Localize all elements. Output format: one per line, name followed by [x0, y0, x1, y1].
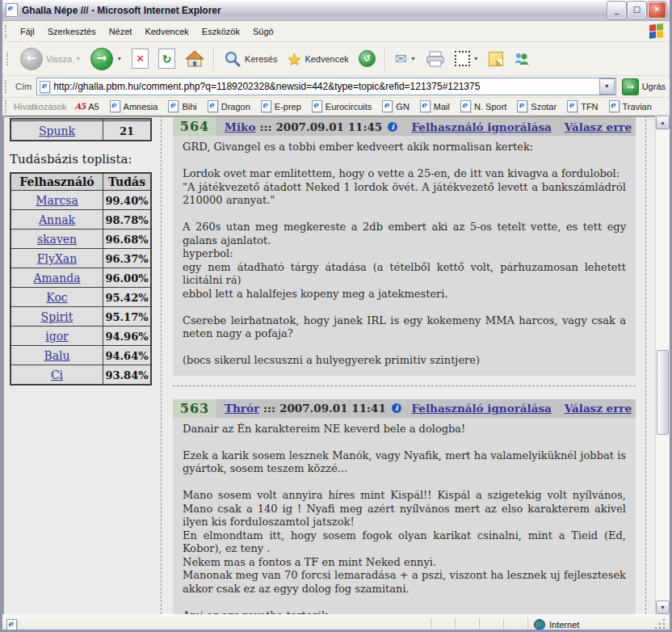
print-button[interactable] [421, 44, 450, 74]
links-item-nsport[interactable]: N. Sport [460, 100, 506, 112]
forward-button[interactable]: → ▼ [86, 44, 127, 74]
menu-bar: Fájl Szerkesztés Nézet Kedvencek Eszközö… [2, 21, 670, 42]
forum-thread: 564 Miko ::: 2007.09.01 11:45 i Felhaszn… [161, 116, 646, 614]
menu-help[interactable]: Súgó [246, 24, 280, 39]
toolbar-grip[interactable] [5, 100, 9, 113]
ie-page-icon [567, 100, 578, 112]
address-dropdown-button[interactable]: ▼ [599, 78, 615, 95]
sidebar-user-link[interactable]: Koc [46, 291, 67, 304]
scroll-down-button[interactable]: ▼ [656, 600, 670, 614]
links-bar-label: Hivatkozások [14, 102, 66, 112]
refresh-button[interactable]: ↻ [153, 44, 180, 74]
minimize-button[interactable]: _ [607, 2, 626, 19]
knowledge-value: 96.68% [105, 234, 148, 246]
post-author-link[interactable]: Miko [225, 120, 255, 133]
table-row: Marcsa99.40% [10, 191, 151, 210]
post-header: 563 Thrór ::: 2007.09.01 11:41 i Felhasz… [173, 399, 636, 418]
sidebar-user-link[interactable]: Balu [44, 349, 69, 362]
history-button[interactable]: ↺ [354, 44, 380, 74]
back-dropdown-icon[interactable]: ▼ [75, 56, 81, 61]
post-number: 563 [173, 399, 216, 418]
sidebar-user-link[interactable]: Amanda [33, 272, 80, 284]
scroll-up-button[interactable]: ▲ [656, 116, 670, 129]
mail-button[interactable]: ✉ ▼ [390, 44, 421, 74]
close-button[interactable]: ✕ [648, 2, 666, 19]
links-item-bihi[interactable]: Bihi [168, 100, 196, 112]
address-input[interactable]: http://ghalla.pbm.hu/comment.php?q=11892… [36, 78, 615, 95]
sidebar-user-link[interactable]: Spunk [39, 124, 75, 137]
vertical-scrollbar[interactable]: ▲ ▼ [655, 116, 670, 614]
address-url: http://ghalla.pbm.hu/comment.php?q=11892… [53, 81, 598, 92]
home-button[interactable] [180, 44, 209, 74]
knowledge-value: 93.84% [105, 369, 148, 381]
links-item-mail[interactable]: Mail [420, 100, 450, 112]
toolbar-grip[interactable] [6, 53, 10, 65]
forward-dropdown-icon[interactable]: ▼ [116, 56, 122, 61]
sidebar-user-link[interactable]: skaven [37, 233, 77, 246]
maximize-button[interactable]: □ [628, 2, 646, 19]
status-bar: Internet [2, 614, 670, 632]
table-row: igor94.96% [10, 327, 151, 346]
messenger-button[interactable] [508, 44, 534, 74]
post-author-link[interactable]: Thrór [225, 402, 259, 415]
menu-file[interactable]: Fájl [14, 24, 41, 39]
sidebar-user-link[interactable]: Ci [51, 369, 63, 381]
menu-view[interactable]: Nézet [103, 24, 139, 39]
menu-edit[interactable]: Szerkesztés [41, 24, 103, 39]
post-body: GRD, Givangel es a tobbi ember kedveert … [173, 136, 636, 376]
links-item-eprep[interactable]: E-prep [261, 100, 301, 112]
scrollbar-thumb[interactable] [657, 350, 669, 435]
go-button[interactable]: → Ugrás [622, 78, 666, 95]
sidebar-user-link[interactable]: igor [45, 330, 69, 343]
ie-page-icon [110, 100, 120, 112]
reply-link[interactable]: Válasz erre [565, 402, 632, 415]
toplist-header-knowledge: Tudás [103, 173, 152, 191]
mail-dropdown-icon[interactable]: ▼ [410, 56, 416, 61]
discuss-note-icon [489, 52, 503, 66]
search-icon [224, 50, 242, 68]
forward-icon: → [90, 48, 113, 70]
links-item-a5[interactable]: A5A5 [74, 102, 99, 112]
stop-button[interactable]: ✕ [127, 44, 153, 74]
ignore-user-link[interactable]: Felhasználó ignorálása [412, 120, 552, 133]
links-item-travian[interactable]: Travian [609, 100, 652, 112]
address-label: Cím [15, 82, 32, 91]
toolbar-grip[interactable] [5, 25, 9, 38]
resize-grip[interactable] [655, 619, 666, 630]
toolbar-grip[interactable] [5, 80, 9, 93]
ignore-user-link[interactable]: Felhasználó ignorálása [412, 402, 552, 415]
reply-link[interactable]: Válasz erre [565, 120, 632, 133]
browser-window: Ghalla Népe /// - Microsoft Internet Exp… [0, 0, 672, 632]
links-item-amnesia[interactable]: Amnesia [110, 100, 158, 112]
post-header: 564 Miko ::: 2007.09.01 11:45 i Felhaszn… [173, 117, 636, 136]
links-item-dragon[interactable]: Dragon [208, 100, 250, 112]
ie-page-icon [382, 100, 393, 112]
links-item-szotar[interactable]: Szotar [517, 100, 556, 112]
edit-button[interactable]: ▼ [450, 44, 484, 74]
ie-page-icon [208, 100, 218, 112]
discuss-button[interactable] [484, 44, 508, 74]
menu-favorites[interactable]: Kedvencek [138, 24, 195, 39]
links-item-eurocircuits[interactable]: Eurocircuits [312, 100, 372, 112]
links-bar: Hivatkozások A5A5 Amnesia Bihi Dragon E-… [2, 98, 670, 116]
ie-page-icon [6, 619, 17, 631]
links-item-tfn[interactable]: TFN [567, 100, 598, 112]
info-icon[interactable]: i [392, 403, 401, 413]
links-item-gn[interactable]: GN [382, 100, 410, 112]
knowledge-value: 94.96% [105, 331, 148, 343]
search-button[interactable]: Keresés [219, 44, 282, 74]
menu-tools[interactable]: Eszközök [195, 24, 246, 39]
back-label: Vissza [46, 54, 72, 64]
spunk-table: Spunk 21 [10, 118, 152, 141]
sidebar-user-link[interactable]: Spirit [41, 310, 74, 323]
sidebar-user-link[interactable]: Annak [39, 213, 75, 226]
table-row: skaven96.68% [10, 230, 151, 249]
sidebar-user-link[interactable]: Marcsa [36, 194, 78, 207]
back-button[interactable]: ← Vissza ▼ [15, 44, 86, 74]
sidebar-user-link[interactable]: FlyXan [37, 252, 77, 265]
favorites-button[interactable]: ★ Kedvencek [282, 44, 353, 74]
edit-dropdown-icon[interactable]: ▼ [473, 56, 479, 61]
info-icon[interactable]: i [388, 122, 397, 132]
history-icon: ↺ [359, 50, 376, 67]
refresh-icon: ↻ [158, 48, 175, 69]
